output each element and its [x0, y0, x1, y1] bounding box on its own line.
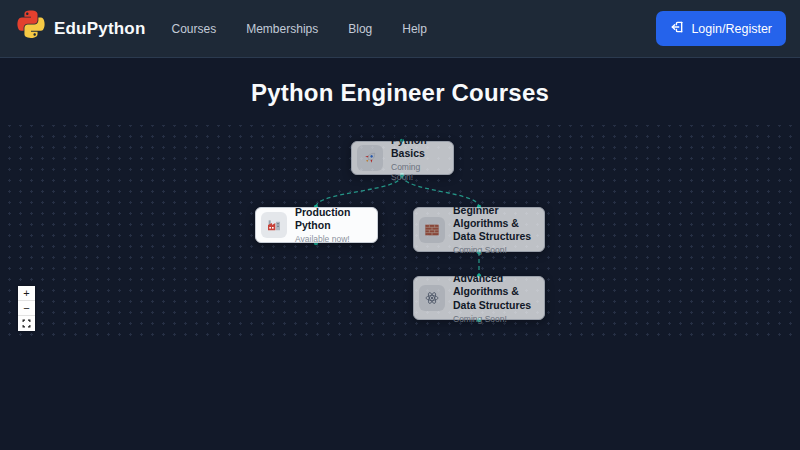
login-button-label: Login/Register [691, 22, 772, 36]
node-text: Advanced Algorithms & Data Structures Co… [453, 272, 534, 323]
page-title: Python Engineer Courses [0, 79, 800, 107]
brand-logo[interactable]: EduPython [14, 10, 146, 48]
node-title: Advanced Algorithms & Data Structures [453, 272, 534, 311]
node-subtitle: Coming Soon! [453, 314, 534, 324]
factory-icon [261, 212, 287, 238]
login-arrow-icon [670, 20, 684, 37]
nav-item-memberships[interactable]: Memberships [246, 22, 318, 36]
node-text: Python Basics Coming Soon! [391, 134, 443, 182]
login-register-button[interactable]: Login/Register [656, 11, 786, 46]
node-subtitle: Available now! [295, 234, 367, 244]
rocket-icon [357, 145, 383, 171]
python-logo-icon [14, 10, 48, 48]
nav-item-blog[interactable]: Blog [348, 22, 372, 36]
node-production-python[interactable]: Production Python Available now! [255, 207, 378, 243]
node-python-basics[interactable]: Python Basics Coming Soon! [351, 141, 454, 175]
nav-item-help[interactable]: Help [402, 22, 427, 36]
flow-controls: + − [18, 286, 35, 331]
zoom-in-button[interactable]: + [18, 286, 35, 301]
node-title: Production Python [295, 206, 367, 232]
header: EduPython Courses Memberships Blog Help … [0, 0, 800, 58]
node-advanced-algorithms[interactable]: Advanced Algorithms & Data Structures Co… [413, 276, 545, 320]
edge-basics-to-production [316, 175, 402, 207]
node-text: Production Python Available now! [295, 206, 367, 244]
node-text: Beginner Algorithms & Data Structures Co… [453, 204, 534, 255]
fit-view-button[interactable] [18, 316, 35, 331]
node-subtitle: Coming Soon! [453, 245, 534, 255]
zoom-out-button[interactable]: − [18, 301, 35, 316]
brand-name: EduPython [54, 19, 146, 39]
nav-item-courses[interactable]: Courses [172, 22, 217, 36]
atom-icon [419, 285, 445, 311]
fit-view-icon [22, 319, 31, 328]
node-beginner-algorithms[interactable]: Beginner Algorithms & Data Structures Co… [413, 207, 545, 252]
nav-links: Courses Memberships Blog Help [172, 22, 427, 36]
node-title: Beginner Algorithms & Data Structures [453, 204, 534, 243]
flow-canvas[interactable]: Python Basics Coming Soon! Production Py… [0, 125, 800, 337]
node-subtitle: Coming Soon! [391, 162, 443, 182]
node-title: Python Basics [391, 134, 443, 160]
brick-wall-icon [419, 217, 445, 243]
